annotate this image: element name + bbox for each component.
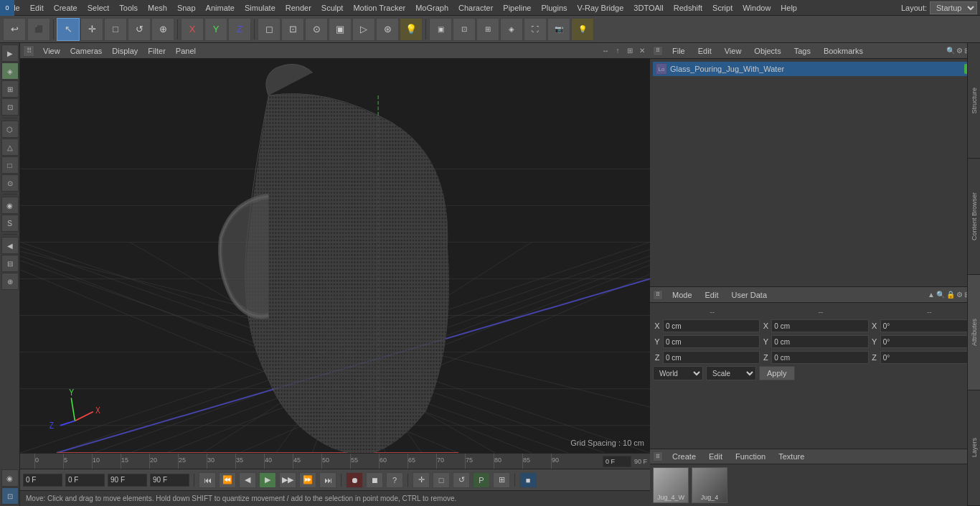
menu-plugins[interactable]: Plugins: [537, 2, 571, 14]
timeline-ruler[interactable]: 0 5 10 15 20 25 30 35 40 45 50 55 60 65 …: [20, 454, 600, 469]
transport-loop-btn[interactable]: ?: [386, 472, 403, 488]
coord-x-size[interactable]: [771, 319, 868, 332]
viewport-drag-handle[interactable]: ⠿: [23, 45, 34, 57]
obj-menu-bookmarks[interactable]: Bookmarks: [820, 45, 867, 57]
undo-button[interactable]: ↩: [3, 18, 26, 41]
env-btn[interactable]: ▣: [329, 18, 352, 41]
viewport-menu-panel[interactable]: Panel: [171, 45, 200, 57]
coord-x-rot[interactable]: [880, 319, 977, 332]
spline-btn[interactable]: ⊛: [376, 18, 399, 41]
menu-sculpt[interactable]: Sculpt: [317, 2, 348, 14]
attr-settings-icon[interactable]: ⚙: [956, 291, 963, 299]
sidebar-btn-12[interactable]: ⊟: [1, 255, 19, 272]
menu-window[interactable]: Window: [738, 2, 775, 14]
menu-pipeline[interactable]: Pipeline: [499, 2, 535, 14]
obj-menu-objects[interactable]: Objects: [750, 45, 784, 57]
transport-next-key-btn[interactable]: ⏩: [299, 472, 316, 488]
viewport-menu-view[interactable]: View: [39, 45, 65, 57]
viewport-icon-4[interactable]: ✕: [637, 46, 647, 56]
transport-timeline-btn[interactable]: ■: [519, 472, 537, 488]
select-tool[interactable]: ↖: [57, 18, 80, 41]
attr-search-icon[interactable]: 🔍: [936, 291, 945, 299]
menu-tools[interactable]: Tools: [115, 2, 142, 14]
cube-btn[interactable]: ◻: [258, 18, 281, 41]
coord-z-pos[interactable]: [663, 351, 760, 364]
coord-x-pos[interactable]: [663, 319, 760, 332]
coord-y-rot[interactable]: [880, 335, 977, 348]
menu-render[interactable]: Render: [281, 2, 316, 14]
sidebar-btn-8[interactable]: ⊙: [1, 174, 19, 192]
camera-btn[interactable]: ▷: [352, 18, 375, 41]
sidebar-btn-4[interactable]: ⊡: [1, 98, 19, 116]
render-all-btn[interactable]: ⊞: [476, 18, 499, 41]
transport-last-btn[interactable]: ⏭: [319, 472, 336, 488]
menu-mesh[interactable]: Mesh: [143, 2, 171, 14]
transport-prev-key-btn[interactable]: ⏪: [219, 472, 236, 488]
sidebar-btn-14[interactable]: ◉: [1, 469, 19, 487]
menu-select[interactable]: Select: [83, 2, 114, 14]
sidebar-btn-1[interactable]: ▶: [1, 44, 19, 62]
menu-motion-tracker[interactable]: Motion Tracker: [349, 2, 410, 14]
obj-search-icon[interactable]: 🔍: [946, 47, 955, 55]
apply-button[interactable]: Apply: [759, 366, 795, 380]
redo-button[interactable]: ⬛: [27, 18, 50, 41]
timeline-frame-input[interactable]: [603, 456, 631, 467]
obj-menu-edit[interactable]: Edit: [694, 45, 715, 57]
menu-3dtoall[interactable]: 3DTOAll: [629, 2, 667, 14]
tab-structure[interactable]: Structure: [968, 43, 980, 159]
mat-menu-texture[interactable]: Texture: [775, 451, 808, 462]
mat-menu-edit[interactable]: Edit: [705, 451, 726, 462]
sidebar-btn-2[interactable]: ◈: [1, 62, 19, 80]
tab-attributes[interactable]: Attributes: [968, 275, 980, 390]
rotate-tool[interactable]: ↺: [128, 18, 151, 41]
transport-grid-btn[interactable]: ⊞: [493, 472, 510, 488]
viewport-menu-cameras[interactable]: Cameras: [66, 45, 107, 57]
vr-btn[interactable]: ⛶: [524, 18, 547, 41]
transport-current-frame[interactable]: [65, 474, 105, 487]
menu-script[interactable]: Script: [708, 2, 737, 14]
menu-redshift[interactable]: Redshift: [669, 2, 707, 14]
menu-character[interactable]: Character: [454, 2, 497, 14]
transform-tool[interactable]: ⊕: [151, 18, 174, 41]
material-swatch-2[interactable]: Jug_4: [692, 467, 727, 503]
attr-arrow-up-icon[interactable]: ▲: [928, 291, 935, 299]
transport-first-btn[interactable]: ⏮: [199, 472, 216, 488]
obj-settings-icon[interactable]: ⚙: [956, 47, 963, 55]
obj-menu-tags[interactable]: Tags: [791, 45, 814, 57]
render-settings-btn[interactable]: ◈: [500, 18, 523, 41]
transport-all-btn[interactable]: P: [473, 472, 490, 488]
axis-y-btn[interactable]: Y: [204, 18, 227, 41]
attr-menu-mode[interactable]: Mode: [669, 289, 696, 301]
menu-help[interactable]: Help: [776, 2, 801, 14]
transport-end-frame-2[interactable]: [150, 474, 189, 487]
attr-menu-edit[interactable]: Edit: [702, 289, 722, 301]
render-view-btn[interactable]: ⊡: [453, 18, 476, 41]
viewport-menu-filter[interactable]: Filter: [143, 45, 169, 57]
viewport-icon-1[interactable]: ↔: [600, 46, 611, 56]
nurbs-btn[interactable]: ⊡: [281, 18, 304, 41]
material-swatch-1[interactable]: Jug_4_W: [653, 467, 689, 503]
coord-y-size[interactable]: [771, 335, 868, 348]
viewport-icon-2[interactable]: ↑: [613, 46, 623, 56]
viewport-3d[interactable]: Perspective: [20, 59, 650, 453]
menu-vray[interactable]: V-Ray Bridge: [573, 2, 628, 14]
menu-simulate[interactable]: Simulate: [240, 2, 280, 14]
object-row-jug[interactable]: Lo Glass_Pouring_Jug_With_Water: [653, 62, 977, 76]
tab-content-browser[interactable]: Content Browser: [968, 159, 980, 274]
mat-menu-create[interactable]: Create: [669, 451, 699, 462]
coord-y-pos[interactable]: [663, 335, 760, 348]
transport-end-frame-1[interactable]: [108, 474, 147, 487]
coord-z-size[interactable]: [771, 351, 868, 364]
layout-select[interactable]: Startup: [930, 1, 977, 14]
menu-mograph[interactable]: MoGraph: [411, 2, 453, 14]
axis-x-btn[interactable]: X: [181, 18, 204, 41]
transport-scale2-btn[interactable]: □: [433, 472, 450, 488]
sidebar-btn-10[interactable]: S: [1, 215, 19, 232]
light-btn[interactable]: 💡: [400, 18, 423, 41]
move-tool[interactable]: ✛: [80, 18, 103, 41]
transport-start-frame[interactable]: [23, 474, 62, 487]
coord-z-rot[interactable]: [880, 351, 977, 364]
sidebar-btn-7[interactable]: □: [1, 156, 19, 174]
transport-play-btn[interactable]: ▶: [259, 472, 276, 488]
menu-create[interactable]: Create: [50, 2, 82, 14]
